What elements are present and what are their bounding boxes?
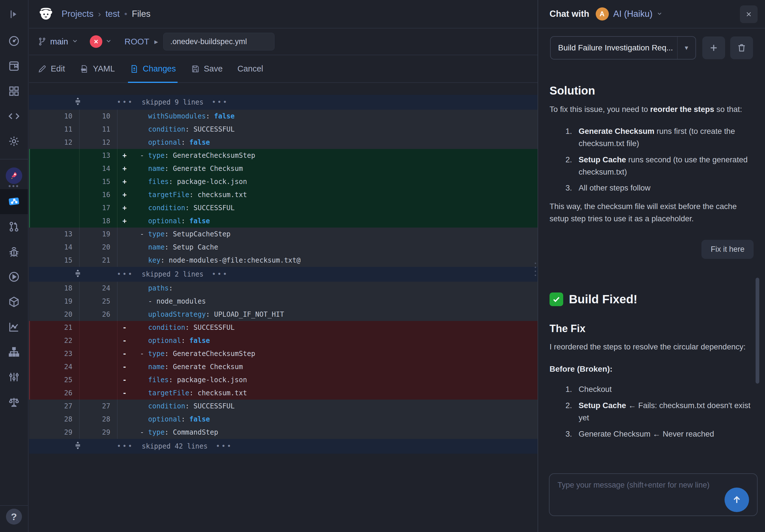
sidebar-expand-icon[interactable] [0, 0, 28, 29]
diff-row-ctx: 2026 uploadStrategy: UPLOAD_IF_NOT_HIT [29, 308, 537, 321]
diff-row-del: 23- - type: GenerateChecksumStep [29, 347, 537, 360]
expand-lines-icon[interactable] [72, 268, 83, 281]
sidebar-item-settings[interactable] [0, 365, 28, 390]
git-branch-icon [38, 37, 47, 46]
new-session-button[interactable] [702, 36, 725, 59]
old-line-number: 20 [29, 308, 80, 321]
check-icon [549, 293, 563, 306]
diff-row-ctx: 1010 withSubmodules: false [29, 110, 537, 123]
tab-changes[interactable]: Changes [130, 55, 176, 82]
path-root[interactable]: ROOT [125, 37, 149, 46]
sidebar-project-items [0, 189, 28, 415]
session-select-value: Build Failure Investigation Req... [551, 43, 677, 52]
code-line: condition: SUCCESSFUL [132, 201, 537, 214]
code-line: condition: SUCCESSFUL [132, 321, 537, 334]
breadcrumb-projects[interactable]: Projects [62, 9, 94, 19]
chat-ordered-list: 1.Generate Checksum runs first (to creat… [549, 125, 754, 194]
assistant-avatar: A [596, 7, 609, 21]
icon-sidebar: ••• ? [0, 0, 29, 532]
sidebar-item-code[interactable] [8, 104, 20, 129]
new-line-number [80, 387, 117, 399]
code-line: - type: SetupCacheStep [132, 228, 537, 241]
diff-row-del: 21- condition: SUCCESSFUL [29, 321, 537, 334]
sidebar-item-builds[interactable] [0, 264, 28, 289]
diff-view: ••• skipped 9 lines •••1010 withSubmodul… [29, 95, 537, 454]
list-item: 2.Setup Cache ← Fails: checksum.txt does… [549, 399, 754, 424]
sidebar-item-administration[interactable] [8, 129, 20, 154]
sidebar-item-pull-requests[interactable] [0, 214, 28, 239]
old-line-number: 21 [30, 321, 80, 334]
delete-session-button[interactable] [730, 36, 753, 59]
sidebar-item-projects[interactable] [8, 54, 20, 79]
sidebar-item-children[interactable] [0, 340, 28, 365]
diff-marker [117, 282, 132, 295]
tab-edit[interactable]: Edit [38, 55, 65, 82]
breadcrumb-current: Files [132, 9, 150, 19]
branch-selector[interactable]: main [38, 37, 78, 46]
list-item: 3.Generate Checksum ← Never reached [549, 428, 754, 440]
project-switcher-dots-icon[interactable]: ••• [8, 184, 19, 187]
diff-row-ctx: 1925 - node_modules [29, 295, 537, 308]
sidebar-item-compliance[interactable] [0, 390, 28, 415]
onedev-logo-icon [38, 6, 54, 22]
build-status-failed[interactable] [90, 35, 112, 48]
skipped-lines-label: ••• skipped 9 lines ••• [117, 98, 228, 106]
expand-lines-icon[interactable] [72, 440, 83, 452]
ai-chat-panel: Chat with A AI (Haiku) Build Failure Inv… [537, 0, 765, 532]
old-line-number: 24 [30, 360, 80, 374]
code-line: - type: GenerateChecksumStep [132, 347, 537, 360]
send-button[interactable] [725, 488, 749, 512]
code-icon [8, 110, 20, 123]
fix-it-here-button[interactable]: Fix it here [701, 240, 754, 259]
gauge-icon [8, 35, 20, 47]
new-line-number: 26 [80, 308, 117, 321]
tab-save[interactable]: Save [191, 55, 223, 82]
panel-resize-handle[interactable] [535, 263, 537, 276]
new-line-number [80, 334, 117, 347]
code-line: - type: CommandStep [132, 426, 537, 439]
chat-scrollbar-thumb[interactable] [756, 278, 759, 384]
diff-marker: - [117, 387, 132, 399]
sidebar-item-files[interactable] [0, 189, 28, 214]
tab-cancel[interactable]: Cancel [238, 55, 263, 82]
diff-row-add: 15+ files: package-lock.json [29, 175, 537, 188]
new-line-number [80, 360, 117, 374]
old-line-number [30, 214, 80, 228]
help-icon[interactable]: ? [6, 509, 22, 525]
assistant-selector[interactable]: AI (Haiku) [613, 9, 663, 19]
new-line-number: 11 [80, 123, 117, 136]
close-icon[interactable] [740, 5, 758, 23]
breadcrumb-project[interactable]: test [106, 9, 120, 19]
expand-lines-icon[interactable] [72, 96, 83, 109]
chat-input[interactable]: Type your message (shift+enter for new l… [549, 473, 758, 516]
old-line-number: 19 [29, 295, 80, 308]
new-line-number: 12 [80, 136, 117, 149]
file-name-input[interactable]: .onedev-buildspec.yml [163, 33, 275, 50]
old-line-number: 23 [30, 347, 80, 360]
diff-row-ctx: 2929 - type: CommandStep [29, 426, 537, 439]
chat-paragraph: To fix this issue, you need to reorder t… [549, 104, 754, 116]
breadcrumb-chevron-icon: › [98, 9, 101, 19]
code-line: paths: [132, 282, 537, 295]
list-item: 1.Checkout [549, 383, 754, 396]
sidebar-item-apps[interactable] [8, 79, 20, 104]
code-line: condition: SUCCESSFUL [132, 399, 537, 413]
journal-icon [8, 60, 20, 72]
file-tabs: EditYAMLYAMLChangesSaveCancel [29, 55, 537, 83]
new-line-number: 24 [80, 282, 117, 295]
old-line-number: 29 [29, 426, 80, 439]
diff-row-add: 17+ condition: SUCCESSFUL [29, 201, 537, 214]
sidebar-item-packages[interactable] [0, 289, 28, 314]
tab-label: Cancel [238, 64, 263, 74]
tab-label: Changes [143, 64, 176, 74]
tab-yaml[interactable]: YAMLYAML [80, 55, 115, 82]
chat-heading: Solution [549, 84, 754, 97]
sidebar-item-issues[interactable] [0, 239, 28, 264]
diff-marker [117, 241, 132, 254]
yaml-file-icon: YAML [80, 64, 89, 74]
session-select[interactable]: Build Failure Investigation Req... ▼ [550, 36, 696, 60]
sidebar-item-dashboard[interactable] [8, 29, 20, 54]
sidebar-item-stats[interactable] [0, 314, 28, 340]
diff-marker [117, 295, 132, 308]
chat-paragraph: I reordered the steps to resolve the cir… [549, 341, 754, 353]
